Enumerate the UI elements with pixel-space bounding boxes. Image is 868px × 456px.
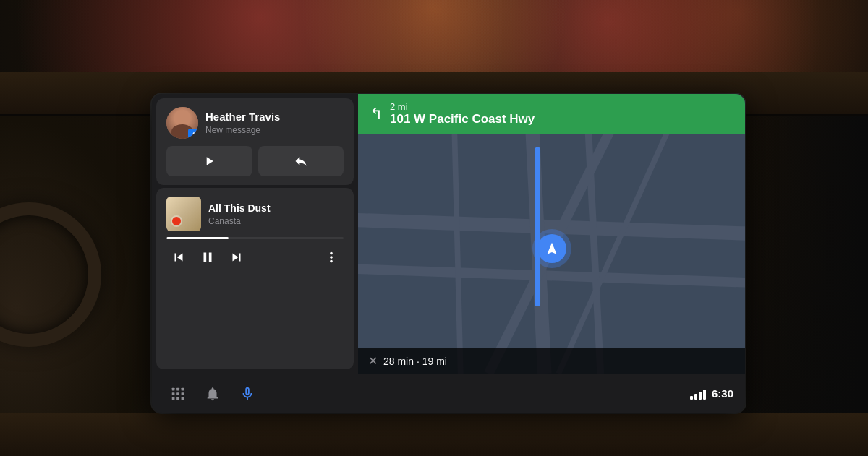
steering-wheel <box>0 202 101 347</box>
nav-dot-outer <box>532 229 571 268</box>
svg-rect-9 <box>172 387 175 390</box>
navigation-banner: ↰ 2 mi 101 W Pacific Coast Hwy <box>358 94 745 134</box>
bottom-right: 6:30 <box>690 387 733 400</box>
signal-bar-1 <box>690 396 693 400</box>
signal-bar-2 <box>694 394 697 400</box>
music-card: All This Dust Canasta <box>156 188 354 369</box>
svg-rect-13 <box>176 392 179 395</box>
message-header: f Heather Travis New message <box>166 107 344 139</box>
reply-message-button[interactable] <box>258 146 344 176</box>
progress-fill <box>166 237 229 239</box>
artist-name: Canasta <box>208 216 344 226</box>
music-header: All This Dust Canasta <box>166 197 344 231</box>
screen-content: f Heather Travis New message <box>152 94 745 374</box>
message-info: Heather Travis New message <box>205 111 344 135</box>
progress-bar[interactable] <box>166 237 344 239</box>
nav-street: 101 W Pacific Coast Hwy <box>390 112 535 126</box>
svg-rect-15 <box>172 397 175 400</box>
message-card: f Heather Travis New message <box>156 98 354 185</box>
music-info: All This Dust Canasta <box>208 202 344 226</box>
pause-button[interactable] <box>195 245 220 270</box>
time-display: 6:30 <box>712 387 733 400</box>
microphone-button[interactable] <box>233 379 262 408</box>
dashboard-bottom <box>0 413 868 456</box>
eta-text: 28 min · 19 mi <box>383 356 447 367</box>
nav-position-dot <box>532 229 571 268</box>
close-route-button[interactable]: ✕ <box>368 354 378 368</box>
eta-duration: 28 min <box>383 356 414 367</box>
turn-arrow-icon: ↰ <box>370 105 383 124</box>
track-name: All This Dust <box>208 202 344 215</box>
messenger-badge: f <box>188 129 198 139</box>
bottom-bar: 6:30 <box>152 374 745 413</box>
nav-dot-inner <box>537 234 566 263</box>
svg-rect-17 <box>182 397 184 400</box>
signal-bar-4 <box>703 390 706 400</box>
signal-strength-icon <box>690 388 706 400</box>
nav-info: 2 mi 101 W Pacific Coast Hwy <box>390 101 535 126</box>
map-panel[interactable]: ↰ 2 mi 101 W Pacific Coast Hwy <box>358 94 745 374</box>
message-subtitle: New message <box>205 125 344 135</box>
contact-name: Heather Travis <box>205 111 344 124</box>
more-options-button[interactable] <box>319 245 344 270</box>
nav-distance: 2 mi <box>390 101 535 112</box>
steering-area <box>0 87 166 456</box>
eta-distance: 19 mi <box>422 356 447 367</box>
next-track-button[interactable] <box>224 245 249 270</box>
svg-rect-10 <box>176 387 179 390</box>
notifications-button[interactable] <box>198 379 227 408</box>
signal-bar-3 <box>699 392 702 400</box>
svg-rect-16 <box>176 397 179 400</box>
play-message-button[interactable] <box>166 146 252 176</box>
right-speaker-area <box>723 87 868 456</box>
svg-rect-14 <box>182 392 184 395</box>
avatar: f <box>166 107 198 139</box>
main-screen: f Heather Travis New message <box>152 94 745 413</box>
bottom-left-actions <box>163 379 262 408</box>
eta-separator: · <box>417 356 422 367</box>
eta-banner: ✕ 28 min · 19 mi <box>358 348 745 374</box>
left-panel: f Heather Travis New message <box>152 94 358 374</box>
navigation-arrow-icon <box>545 241 559 256</box>
prev-track-button[interactable] <box>166 245 191 270</box>
svg-rect-12 <box>172 392 175 395</box>
album-art <box>166 197 201 231</box>
apps-button[interactable] <box>163 379 192 408</box>
svg-rect-11 <box>182 387 184 390</box>
message-actions <box>166 146 344 176</box>
music-controls <box>166 245 344 270</box>
